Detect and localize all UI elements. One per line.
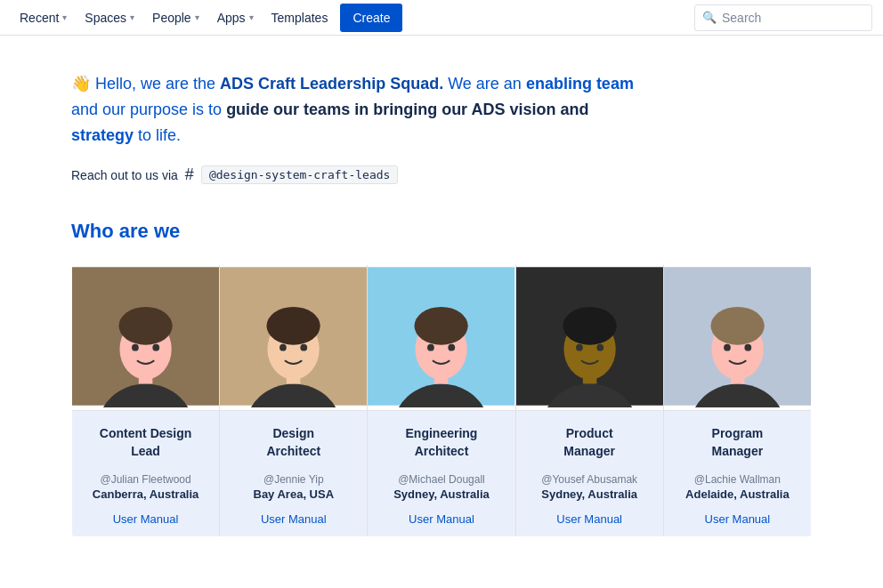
- member-user-manual-link[interactable]: User Manual: [409, 512, 474, 526]
- member-handle: @Jennie Yip: [231, 473, 356, 486]
- main-content: 👋 Hello, we are the ADS Craft Leadership…: [0, 36, 883, 573]
- chevron-down-icon: ▾: [249, 12, 254, 22]
- nav-spaces[interactable]: Spaces ▾: [76, 0, 143, 36]
- member-user-manual-link[interactable]: User Manual: [113, 512, 179, 526]
- svg-point-5: [132, 344, 139, 351]
- nav-templates-label: Templates: [271, 11, 328, 25]
- nav-apps-label: Apps: [217, 11, 246, 25]
- info-row: Content DesignLead@Julian FleetwoodCanbe…: [72, 411, 812, 537]
- intro-strategy: strategy: [71, 126, 134, 144]
- member-user-manual-link[interactable]: User Manual: [261, 512, 327, 526]
- svg-point-25: [563, 307, 616, 345]
- svg-point-6: [152, 344, 159, 351]
- member-location: Adelaide, Australia: [675, 487, 800, 501]
- slack-reach-text: Reach out to us via: [71, 168, 178, 182]
- svg-point-27: [596, 344, 604, 351]
- member-info: ProgramManager@Lachie WallmanAdelaide, A…: [664, 411, 811, 536]
- search-placeholder: Search: [722, 11, 761, 25]
- nav-people[interactable]: People ▾: [143, 0, 208, 36]
- nav-recent[interactable]: Recent ▾: [11, 0, 76, 36]
- intro-hello: Hello, we are the: [95, 75, 220, 93]
- slack-icon: #: [185, 165, 194, 184]
- member-photo-cell: [515, 265, 663, 411]
- member-location: Sydney, Australia: [527, 487, 652, 501]
- member-photo-cell: [368, 265, 515, 411]
- member-handle: @Michael Dougall: [378, 473, 504, 486]
- svg-point-33: [724, 344, 731, 351]
- member-avatar-svg: [220, 265, 367, 407]
- svg-point-20: [449, 344, 456, 351]
- member-info-cell: ProductManager@Yousef AbusamakSydney, Au…: [515, 411, 663, 537]
- svg-point-26: [576, 344, 583, 351]
- slack-line: Reach out to us via # @design-system-cra…: [71, 165, 812, 184]
- intro-tolife: to life.: [138, 126, 181, 144]
- member-avatar-svg: [516, 265, 663, 407]
- member-user-manual-link[interactable]: User Manual: [556, 512, 622, 526]
- who-are-we-title: Who are we: [71, 220, 812, 243]
- member-role: DesignArchitect: [231, 425, 356, 461]
- photos-row: [72, 265, 812, 411]
- member-role: Content DesignLead: [83, 425, 208, 461]
- member-info-cell: Content DesignLead@Julian FleetwoodCanbe…: [72, 411, 220, 537]
- member-handle: @Julian Fleetwood: [83, 473, 208, 486]
- member-photo-cell: [663, 265, 811, 411]
- slack-handle[interactable]: @design-system-craft-leads: [201, 165, 399, 184]
- chevron-down-icon: ▾: [195, 12, 199, 22]
- svg-point-11: [267, 307, 320, 345]
- svg-point-13: [301, 344, 308, 351]
- member-info: DesignArchitect@Jennie YipBay Area, USAU…: [220, 411, 367, 536]
- nav-recent-label: Recent: [20, 11, 59, 25]
- navbar: Recent ▾ Spaces ▾ People ▾ Apps ▾ Templa…: [0, 0, 883, 36]
- intro-we-are: We are an: [448, 75, 526, 93]
- intro-brand: ADS Craft Leadership Squad.: [220, 75, 443, 93]
- team-table: Content DesignLead@Julian FleetwoodCanbe…: [71, 264, 812, 537]
- svg-point-34: [744, 344, 751, 351]
- svg-point-4: [118, 307, 172, 345]
- nav-templates[interactable]: Templates: [263, 0, 337, 36]
- nav-spaces-label: Spaces: [85, 11, 126, 25]
- member-info-cell: DesignArchitect@Jennie YipBay Area, USAU…: [220, 411, 368, 537]
- member-location: Sydney, Australia: [378, 487, 504, 501]
- intro-paragraph: 👋 Hello, we are the ADS Craft Leadership…: [71, 71, 812, 148]
- member-handle: @Lachie Wallman: [675, 473, 800, 486]
- nav-apps[interactable]: Apps ▾: [208, 0, 263, 36]
- search-box[interactable]: 🔍 Search: [694, 4, 872, 31]
- member-info-cell: EngineeringArchitect@Michael DougallSydn…: [368, 411, 515, 537]
- chevron-down-icon: ▾: [130, 12, 134, 22]
- member-info: ProductManager@Yousef AbusamakSydney, Au…: [516, 411, 663, 536]
- member-info: Content DesignLead@Julian FleetwoodCanbe…: [72, 411, 219, 536]
- member-photo-cell: [72, 265, 220, 411]
- member-info: EngineeringArchitect@Michael DougallSydn…: [368, 411, 514, 536]
- create-button[interactable]: Create: [340, 4, 402, 32]
- nav-people-label: People: [152, 11, 191, 25]
- member-info-cell: ProgramManager@Lachie WallmanAdelaide, A…: [663, 411, 811, 537]
- svg-point-19: [427, 344, 434, 351]
- intro-purpose: guide our teams in bringing our ADS visi…: [226, 101, 588, 118]
- member-avatar-svg: [368, 265, 514, 407]
- member-avatar-svg: [72, 265, 219, 407]
- member-avatar-svg: [664, 265, 811, 407]
- chevron-down-icon: ▾: [62, 12, 67, 22]
- member-location: Bay Area, USA: [231, 487, 356, 501]
- svg-point-12: [279, 344, 287, 351]
- svg-point-32: [710, 307, 764, 345]
- member-role: ProgramManager: [675, 425, 800, 461]
- member-location: Canberra, Australia: [83, 487, 208, 501]
- member-photo-cell: [220, 265, 368, 411]
- wave-emoji: 👋: [71, 75, 95, 93]
- member-role: EngineeringArchitect: [378, 425, 504, 461]
- svg-point-18: [415, 307, 468, 345]
- member-role: ProductManager: [527, 425, 652, 461]
- search-icon: 🔍: [702, 11, 717, 24]
- member-user-manual-link[interactable]: User Manual: [705, 512, 771, 526]
- member-handle: @Yousef Abusamak: [527, 473, 652, 486]
